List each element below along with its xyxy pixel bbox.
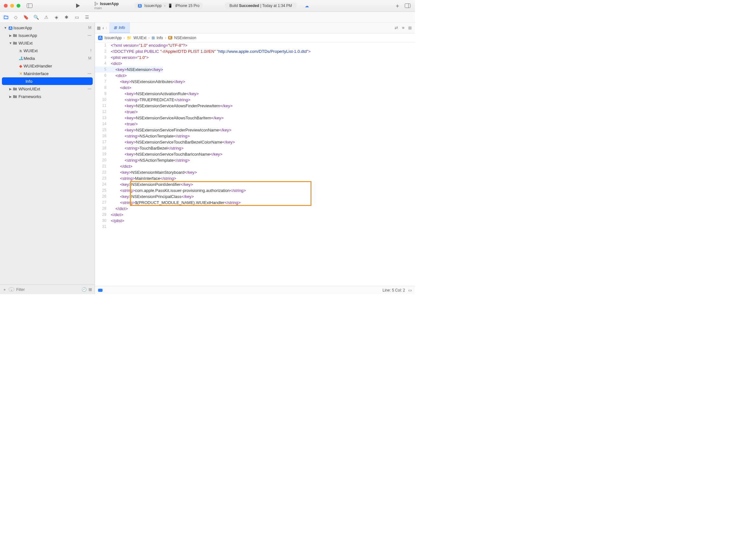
code-line[interactable]: 14 <true/> [95, 121, 415, 127]
code-content[interactable]: <dict> [110, 85, 131, 91]
code-content[interactable]: <string>$(PRODUCT_MODULE_NAME).WUIExtHan… [110, 200, 240, 206]
code-line[interactable]: 17 <key>NSExtensionServiceTouchBarBezelC… [95, 139, 415, 145]
jump-bar[interactable]: A IssuerApp › 📁 WUIExt › ⊞ Info › K NSEx… [95, 33, 415, 42]
run-button[interactable] [75, 2, 82, 9]
code-line[interactable]: 9 <key>NSExtensionActivationRule</key> [95, 91, 415, 97]
tree-item-wnonuiext[interactable]: ▶WNonUIExt— [0, 85, 94, 93]
toggle-navigator-icon[interactable] [26, 2, 33, 9]
tree-item-frameworks[interactable]: ▶Frameworks [0, 93, 94, 100]
code-line[interactable]: 22 <key>NSExtensionMainStoryboard</key> [95, 169, 415, 175]
nav-forward-button[interactable]: › [106, 25, 107, 30]
code-content[interactable]: <string>MainInterface</string> [110, 175, 176, 182]
tree-item-wuiexthandler[interactable]: ◆WUIExtHandler [0, 62, 94, 70]
code-line[interactable]: 25 <string>com.apple.PassKit.issuer-prov… [95, 187, 415, 193]
disclosure-icon[interactable]: ▶ [8, 95, 13, 98]
toggle-inspector-icon[interactable] [404, 2, 411, 9]
code-content[interactable]: <string>TouchBarBezel</string> [110, 145, 184, 151]
code-content[interactable]: <string>TRUEPREDICATE</string> [110, 97, 190, 103]
code-content[interactable]: <key>NSExtensionActivationRule</key> [110, 91, 199, 97]
jumpbar-seg-2[interactable]: WUIExt [133, 36, 147, 40]
tree-item-maininterface[interactable]: ✕MainInterface— [0, 70, 94, 77]
code-content[interactable]: </dict> [110, 163, 132, 169]
disclosure-icon[interactable]: ▼ [8, 41, 13, 45]
adjust-editor-icon[interactable]: ≡ [402, 25, 404, 30]
code-content[interactable]: <key>NSExtension</key> [110, 67, 163, 73]
code-line[interactable]: 4<dict> [95, 60, 415, 67]
tree-item-issuerapp[interactable]: ▼AIssuerAppM [0, 24, 94, 31]
code-content[interactable]: <?xml version="1.0" encoding="UTF-8"?> [110, 42, 187, 49]
code-line[interactable]: 30</plist> [95, 218, 415, 224]
jumpbar-seg-1[interactable]: IssuerApp [104, 36, 121, 40]
run-destination[interactable]: A IssuerApp › 📱 iPhone 15 Pro [135, 3, 203, 9]
code-line[interactable]: 31 [95, 224, 415, 230]
code-content[interactable]: <dict> [110, 60, 122, 67]
code-line[interactable]: 16 <string>NSActionTemplate</string> [95, 133, 415, 139]
code-content[interactable]: <key>NSExtensionPrincipalClass</key> [110, 193, 194, 200]
code-content[interactable]: </dict> [110, 206, 128, 212]
code-content[interactable]: <key>NSExtensionMainStoryboard</key> [110, 169, 197, 175]
recent-files-icon[interactable]: 🕘 [82, 287, 86, 292]
code-content[interactable]: <true/> [110, 121, 138, 127]
disclosure-icon[interactable]: ▶ [8, 87, 13, 91]
tab-info[interactable]: ⊞ Info [109, 22, 130, 33]
code-line[interactable]: 27 <string>$(PRODUCT_MODULE_NAME).WUIExt… [95, 200, 415, 206]
code-content[interactable] [110, 224, 111, 230]
code-content[interactable]: <string>com.apple.PassKit.issuer-provisi… [110, 187, 246, 193]
filter-scope-icon[interactable]: ⌄ [9, 287, 14, 291]
jumpbar-seg-4[interactable]: NSExtension [174, 36, 196, 40]
code-content[interactable]: <key>NSExtensionServiceFinderPreviewIcon… [110, 127, 231, 133]
code-line[interactable]: 21 </dict> [95, 163, 415, 169]
related-items-icon[interactable]: ▦ [97, 25, 101, 30]
code-content[interactable]: <key>NSExtensionPointIdentifier</key> [110, 182, 193, 187]
code-content[interactable]: <key>NSExtensionServiceTouchBarBezelColo… [110, 139, 235, 145]
code-content[interactable]: <plist version="1.0"> [110, 54, 149, 60]
jumpbar-seg-3[interactable]: Info [157, 36, 163, 40]
disclosure-icon[interactable]: ▶ [8, 34, 13, 37]
scheme-selector[interactable]: IssuerApp main [94, 2, 119, 10]
code-line[interactable]: 12 <true/> [95, 109, 415, 115]
code-content[interactable]: <key>NSExtensionAttributes</key> [110, 79, 185, 85]
issue-navigator-icon[interactable]: ⚠︎ [43, 15, 49, 20]
project-navigator-icon[interactable] [3, 15, 8, 20]
code-line[interactable]: 29</dict> [95, 212, 415, 218]
add-tab-button[interactable]: ＋ [394, 2, 401, 9]
code-content[interactable]: <dict> [110, 73, 127, 79]
scm-filter-icon[interactable]: ⊞ [88, 287, 92, 292]
code-line[interactable]: 23 <string>MainInterface</string> [95, 175, 415, 182]
test-navigator-icon[interactable]: ◈ [53, 15, 59, 20]
code-line[interactable]: 7 <key>NSExtensionAttributes</key> [95, 79, 415, 85]
tree-item-wuiext[interactable]: hWUIExt! [0, 47, 94, 54]
code-line[interactable]: 19 <key>NSExtensionServiceTouchBarIconNa… [95, 151, 415, 157]
code-content[interactable]: <string>NSActionTemplate</string> [110, 157, 190, 163]
debug-bar-toggle[interactable] [98, 289, 103, 292]
code-line[interactable]: 26 <key>NSExtensionPrincipalClass</key> [95, 193, 415, 200]
code-content[interactable]: </plist> [110, 218, 124, 224]
debug-navigator-icon[interactable]: ✱ [64, 15, 69, 20]
code-line[interactable]: 5 <key>NSExtension</key> [95, 67, 415, 73]
bookmark-navigator-icon[interactable]: 🔖 [23, 15, 29, 20]
minimize-window-button[interactable] [10, 4, 14, 8]
code-content[interactable]: <key>NSExtensionServiceAllowsTouchBarIte… [110, 115, 223, 121]
editor-options-icon[interactable]: ⇄ [395, 25, 398, 30]
tree-item-wuiext[interactable]: ▼WUIExt [0, 39, 94, 47]
breakpoint-navigator-icon[interactable]: ▭ [74, 15, 80, 20]
disclosure-icon[interactable]: ▼ [3, 26, 8, 30]
report-navigator-icon[interactable]: ☰ [84, 15, 90, 20]
code-line[interactable]: 20 <string>NSActionTemplate</string> [95, 157, 415, 163]
add-files-button[interactable]: ＋ [3, 287, 7, 292]
code-line[interactable]: 24 <key>NSExtensionPointIdentifier</key> [95, 182, 415, 187]
minimap-toggle-icon[interactable]: ▭ [408, 288, 412, 292]
activity-status[interactable]: Build Succeeded | Today at 1:34 PM [225, 3, 296, 9]
code-line[interactable]: 1<?xml version="1.0" encoding="UTF-8"?> [95, 42, 415, 49]
code-line[interactable]: 3<plist version="1.0"> [95, 54, 415, 60]
source-control-navigator-icon[interactable]: ◇ [13, 15, 18, 20]
zoom-window-button[interactable] [17, 4, 20, 8]
code-content[interactable]: <key>NSExtensionServiceTouchBarIconName<… [110, 151, 222, 157]
cloud-status-icon[interactable]: ☁︎ [305, 4, 309, 8]
code-line[interactable]: 2<!DOCTYPE plist PUBLIC "-//Apple//DTD P… [95, 49, 415, 54]
code-line[interactable]: 11 <key>NSExtensionServiceAllowsFinderPr… [95, 103, 415, 109]
find-navigator-icon[interactable]: 🔍 [33, 15, 39, 20]
tree-item-info[interactable]: ⊞Info [2, 77, 93, 85]
code-content[interactable]: <string>NSActionTemplate</string> [110, 133, 190, 139]
close-window-button[interactable] [4, 4, 8, 8]
